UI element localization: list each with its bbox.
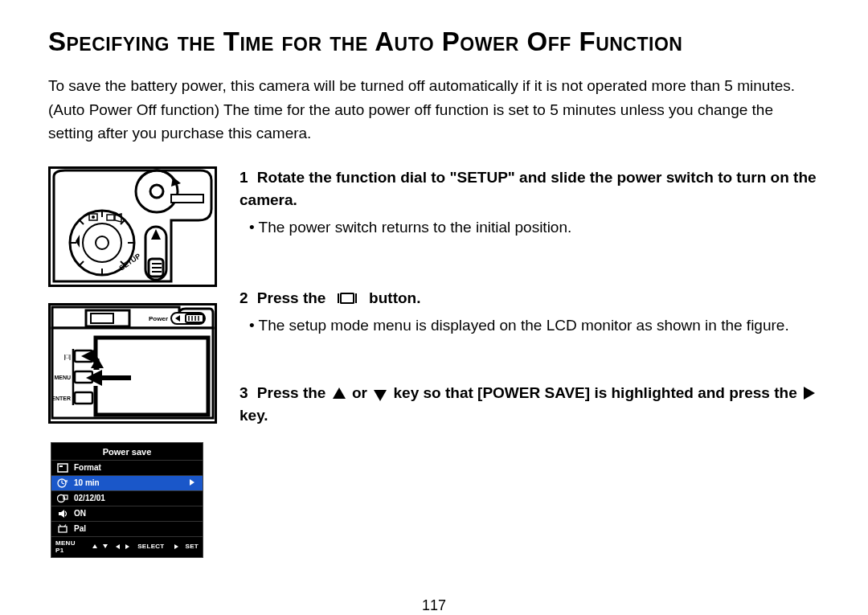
page-number: 117 xyxy=(48,597,820,614)
calendar-clock-icon xyxy=(56,493,69,504)
power-label: Power xyxy=(149,315,168,322)
menu-row-beep: ON xyxy=(51,506,203,521)
svg-line-54 xyxy=(62,483,64,484)
intro-paragraph: To save the battery power, this camera w… xyxy=(48,74,820,145)
svg-rect-50 xyxy=(58,464,68,472)
tv-icon xyxy=(56,523,69,535)
enter-button-label: ENTER xyxy=(51,396,71,401)
menu-row-date: 02/12/01 xyxy=(51,490,203,506)
menu-select-label: SELECT xyxy=(137,543,164,550)
down-arrow-icon xyxy=(374,390,387,401)
step-1: 1 Rotate the function dial to "SETUP" an… xyxy=(240,166,820,239)
up-icon xyxy=(92,544,97,548)
step-bullet: The power switch returns to the initial … xyxy=(240,215,820,239)
svg-point-17 xyxy=(92,215,95,219)
card-icon xyxy=(56,462,69,474)
clock-x-icon: x xyxy=(56,478,69,489)
svg-point-1 xyxy=(150,185,163,198)
svg-rect-36 xyxy=(91,314,113,323)
menu-hint-bar: MENU P1 SELECT SET xyxy=(51,536,203,557)
steps-column: 1 Rotate the function dial to "SETUP" an… xyxy=(240,166,820,560)
figure-camera-back: Power xyxy=(48,303,217,424)
menu-page-label: MENU P1 xyxy=(55,539,78,554)
step-heading-part: Press the xyxy=(257,384,326,401)
menu-row-tv: Pal xyxy=(51,521,203,536)
svg-rect-59 xyxy=(59,527,67,532)
left-icon xyxy=(116,544,120,549)
step-heading-part: button. xyxy=(369,289,420,306)
manual-page: Specifying the Time for the Auto Power O… xyxy=(0,0,868,615)
step-number: 3 xyxy=(240,384,248,401)
menu-title: Power save xyxy=(51,443,203,460)
step-heading-part: key. xyxy=(240,407,268,424)
svg-text:x: x xyxy=(65,478,68,483)
svg-rect-51 xyxy=(59,465,63,467)
menu-button-label: MENU xyxy=(54,375,71,380)
menu-label: Pal xyxy=(74,524,181,533)
submenu-arrow-icon xyxy=(186,478,198,487)
step-number: 2 xyxy=(240,289,248,306)
right-icon xyxy=(174,544,178,549)
figure-lcd-menu: Power save Format x 10 min xyxy=(48,440,206,560)
svg-rect-40 xyxy=(75,392,92,404)
step-bullet: The setup mode menu is displayed on the … xyxy=(240,314,820,337)
menu-row-powersave: x 10 min xyxy=(51,475,203,490)
menu-row-format: Format xyxy=(51,460,203,475)
step-3: 3 Press the or key so that [POWER SAVE] … xyxy=(240,382,820,428)
svg-point-5 xyxy=(96,236,108,249)
svg-marker-58 xyxy=(59,510,64,518)
speaker-icon xyxy=(56,508,69,519)
figures-column: SETUP xyxy=(48,166,217,560)
step-number: 1 xyxy=(240,169,248,186)
up-arrow-icon xyxy=(333,387,346,399)
display-button-icon xyxy=(340,293,354,304)
power-slider-icon xyxy=(145,227,166,280)
svg-rect-25 xyxy=(171,195,203,203)
step-heading: Rotate the function dial to "SETUP" and … xyxy=(240,169,817,209)
page-title: Specifying the Time for the Auto Power O… xyxy=(48,27,820,56)
two-column-layout: SETUP xyxy=(48,166,820,560)
menu-label: 10 min xyxy=(74,478,181,487)
step-heading-part: Press the xyxy=(257,289,326,306)
display-button-label: |□| xyxy=(64,354,71,360)
figure-camera-top: SETUP xyxy=(48,166,217,287)
step-2: 2 Press the button. The setup mode menu … xyxy=(240,287,820,337)
right-icon xyxy=(125,544,129,549)
down-icon xyxy=(103,544,108,548)
right-arrow-icon xyxy=(804,387,815,400)
menu-label: 02/12/01 xyxy=(74,494,181,502)
menu-set-label: SET xyxy=(186,543,199,550)
camera-back-illustration: Power xyxy=(51,305,215,421)
step-heading-part: key so that [POWER SAVE] is highlight­ed… xyxy=(394,384,797,401)
menu-label: ON xyxy=(74,509,181,518)
step-heading-part: or xyxy=(352,384,367,401)
menu-label: Format xyxy=(74,463,181,472)
camera-top-illustration: SETUP xyxy=(51,169,215,285)
